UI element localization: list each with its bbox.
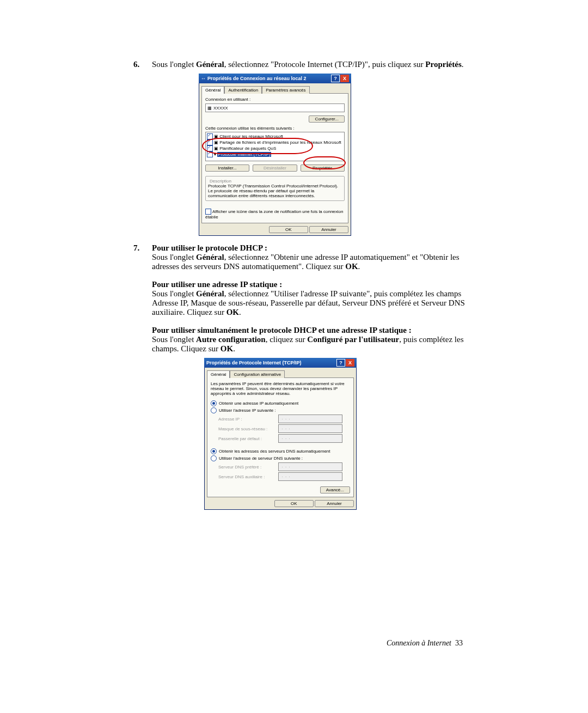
- footer-title: Connexion à Internet: [387, 639, 451, 647]
- para-dhcp: Sous l'onglet Général, sélectionnez "Obt…: [152, 253, 471, 271]
- tab-advanced[interactable]: Paramètres avancés: [262, 86, 309, 94]
- text: , cliquez sur: [266, 335, 308, 344]
- intro-text: Les paramètres IP peuvent être déterminé…: [211, 381, 350, 396]
- connect-using-label: Connexion en utilisant :: [205, 97, 345, 102]
- advanced-button[interactable]: Avancé...: [320, 486, 350, 493]
- dialog-body: Général Configuration alternative Les pa…: [204, 368, 357, 510]
- radio-ip-manual-label: Utiliser l'adresse IP suivante :: [219, 408, 276, 413]
- heading-both: Pour utiliser simultanément le protocole…: [152, 326, 471, 335]
- install-button[interactable]: Installer...: [205, 164, 249, 172]
- radio-ip-manual[interactable]: [211, 407, 217, 413]
- close-button[interactable]: X: [340, 75, 349, 82]
- ok-button[interactable]: OK: [269, 226, 308, 233]
- uninstall-button[interactable]: Désinstaller: [253, 164, 297, 172]
- text: Sous l'onglet: [152, 335, 196, 344]
- description-title: Description: [208, 179, 233, 184]
- tab-auth[interactable]: Authentification: [224, 86, 262, 94]
- mask-field[interactable]: . . .: [278, 424, 342, 433]
- dialog-tcpip-properties: Propriétés de Protocole Internet (TCP/IP…: [204, 358, 357, 510]
- cancel-button[interactable]: Annuler: [315, 500, 354, 507]
- tab-general[interactable]: Général: [207, 370, 230, 378]
- adapter-name: XXXXX: [213, 106, 228, 111]
- step-6-number: 6.: [133, 60, 152, 69]
- gw-label: Passerelle par défaut :: [218, 436, 278, 441]
- bold: OK: [345, 262, 358, 271]
- heading-static: Pour utiliser une adresse IP statique :: [152, 280, 471, 289]
- item-label: Planificateur de paquets QoS: [219, 146, 276, 151]
- titlebar: ↔ Propriétés de Connexion au réseau loca…: [199, 74, 351, 83]
- text: Sous l'onglet: [152, 253, 196, 261]
- radio-dns-auto-label: Obtenir les adresses des serveurs DNS au…: [219, 449, 330, 454]
- components-list[interactable]: ▣ Client pour les réseaux Microsoft ▣ Pa…: [205, 132, 345, 161]
- bold: Général: [196, 253, 224, 261]
- description-text: Protocole TCP/IP (Transmission Control P…: [208, 184, 342, 198]
- close-icon: X: [343, 76, 346, 81]
- text: .: [239, 308, 241, 316]
- bold: Général: [196, 60, 224, 69]
- ip-label: Adresse IP :: [218, 417, 278, 422]
- titlebar-buttons: ? X: [331, 75, 349, 82]
- text: .: [358, 262, 360, 271]
- item-label: Protocole Internet (TCP/IP): [217, 152, 271, 157]
- footer-page: 33: [455, 639, 463, 647]
- adapter-field: ▦ XXXXX: [205, 103, 345, 112]
- radio-ip-auto-label: Obtenir une adresse IP automatiquement: [219, 401, 298, 406]
- qos-icon: ▣: [214, 146, 218, 151]
- text: , sélectionnez "Protocole Internet (TCP/…: [224, 60, 426, 69]
- radio-ip-auto[interactable]: [211, 400, 217, 406]
- ip-field[interactable]: . . .: [278, 415, 342, 423]
- ok-button[interactable]: OK: [274, 500, 314, 507]
- dns2-field[interactable]: . . .: [278, 472, 342, 481]
- configure-button[interactable]: Configurer...: [309, 115, 345, 123]
- bold: Autre configuration: [196, 335, 266, 344]
- radio-dns-manual[interactable]: [211, 455, 217, 461]
- step-7-body: Pour utiliser le protocole DHCP : Sous l…: [152, 243, 471, 354]
- uses-label: Cette connexion utilise les éléments sui…: [205, 126, 345, 131]
- help-button[interactable]: ?: [336, 359, 345, 367]
- checkbox[interactable]: [207, 151, 213, 157]
- bold: Général: [196, 289, 224, 298]
- cancel-button[interactable]: Annuler: [309, 226, 348, 233]
- dialog-body: Général Authentification Paramètres avan…: [199, 83, 351, 236]
- radio-dns-auto[interactable]: [211, 448, 217, 454]
- client-icon: ▣: [214, 134, 218, 139]
- list-item[interactable]: ▣ Planificateur de paquets QoS: [207, 145, 343, 151]
- nic-icon: ▦: [207, 106, 212, 111]
- bold: Configuré par l'utilisateur: [307, 335, 399, 344]
- bold: OK: [220, 344, 233, 353]
- step-6: 6. Sous l'onglet Général, sélectionnez "…: [133, 60, 471, 69]
- step-7-number: 7.: [133, 243, 152, 354]
- description-group: Description Protocole TCP/IP (Transmissi…: [205, 176, 345, 201]
- item-label: Client pour les réseaux Microsoft: [219, 134, 283, 139]
- mask-label: Masque de sous-réseau :: [218, 426, 278, 431]
- close-button[interactable]: X: [346, 359, 354, 367]
- item-label: Partage de fichiers et d'imprimantes pou…: [219, 140, 341, 145]
- list-item[interactable]: ▣ Client pour les réseaux Microsoft: [207, 133, 343, 139]
- title: Propriétés de Protocole Internet (TCP/IP…: [206, 360, 302, 365]
- step-6-body: Sous l'onglet Général, sélectionnez "Pro…: [152, 60, 471, 69]
- page-footer: Connexion à Internet 33: [387, 639, 463, 648]
- tab-panel: Connexion en utilisant : ▦ XXXXX Configu…: [201, 93, 348, 223]
- notify-checkbox[interactable]: [205, 209, 211, 215]
- tab-alt-config[interactable]: Configuration alternative: [230, 370, 285, 378]
- gw-field[interactable]: . . .: [278, 434, 342, 443]
- titlebar: Propriétés de Protocole Internet (TCP/IP…: [204, 358, 357, 368]
- list-item[interactable]: ▾ Protocole Internet (TCP/IP): [207, 151, 343, 157]
- close-icon: X: [348, 360, 352, 365]
- content-column: 6. Sous l'onglet Général, sélectionnez "…: [133, 60, 471, 510]
- help-icon: ?: [339, 360, 342, 365]
- title: Propriétés de Connexion au réseau local …: [207, 76, 307, 81]
- text: .: [233, 344, 235, 353]
- dns1-label: Serveur DNS préféré :: [218, 465, 278, 470]
- properties-button[interactable]: Propriétés: [301, 164, 345, 172]
- bold: Propriétés: [425, 60, 461, 69]
- help-button[interactable]: ?: [331, 75, 340, 82]
- titlebar-buttons: ? X: [336, 359, 354, 367]
- radio-dns-manual-label: Utiliser l'adresse de serveur DNS suivan…: [219, 456, 303, 461]
- list-item[interactable]: ▣ Partage de fichiers et d'imprimantes p…: [207, 139, 343, 145]
- tab-strip: Général Configuration alternative: [207, 370, 354, 377]
- tab-general[interactable]: Général: [201, 86, 224, 94]
- text: Sous l'onglet: [152, 289, 196, 298]
- dns1-field[interactable]: . . .: [278, 462, 342, 471]
- dns2-label: Serveur DNS auxiliaire :: [218, 474, 278, 479]
